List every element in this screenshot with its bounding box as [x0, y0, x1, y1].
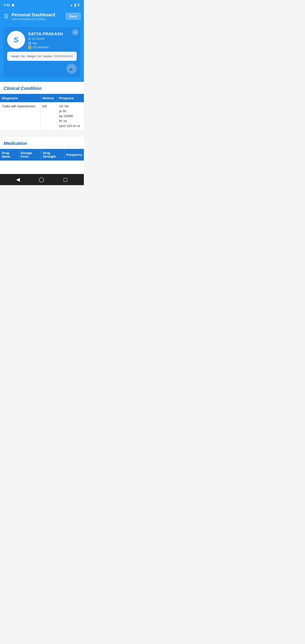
diagnosis-cell: ?cake with hypertension [0, 102, 40, 130]
stat-divider-1: | [26, 54, 26, 58]
medication-header-row: Drug Name Dosage Form Drug Strength Freq… [0, 149, 84, 161]
navbar: ☰ Personal Dashboard SATYA PRAKASH (23 Y… [0, 10, 84, 24]
progress-item-4: spo2 100 on ra [59, 124, 82, 128]
mic-button[interactable]: 🎤 [66, 64, 77, 74]
home-nav-button[interactable]: ◯ [37, 175, 46, 184]
chevron-up-icon: ∧ [74, 30, 76, 34]
back-arrow-icon: ◀ [16, 177, 20, 182]
navbar-title-block: Personal Dashboard SATYA PRAKASH (23 YEA… [10, 12, 66, 20]
clinical-table: Diagnosis History Progress ?cake with hy… [0, 94, 84, 130]
th-diagnosis: Diagnosis [0, 94, 40, 102]
chevron-up-button[interactable]: ∧ [72, 29, 78, 35]
home-circle-icon: ◯ [39, 177, 44, 182]
th-drug-strength: Drug Strength [41, 149, 64, 161]
clinical-condition-title: Clinical Condition [0, 82, 84, 94]
navbar-subtitle: SATYA PRAKASH (23 YEARS) [12, 18, 66, 20]
stat-divider-2: | [42, 54, 43, 58]
menu-button[interactable]: ☰ [3, 13, 10, 20]
progress-item-0: GC fair [59, 104, 82, 108]
history-cell: NA [40, 102, 57, 130]
medication-table: Drug Name Dosage Form Drug Strength Freq… [0, 149, 84, 170]
status-bar-left: 4:21 📋 [4, 3, 15, 7]
profile-tag2-row: TELANGANA [28, 46, 77, 49]
profile-tag1-row: NAL [28, 42, 77, 45]
profile-info: SATYA PRAKASH M: 23 YEARS NAL TELANGANA [28, 31, 77, 49]
profile-card: ∧ S SATYA PRAKASH M: 23 YEARS NAL TELANG… [0, 24, 84, 82]
tag2-icon [28, 46, 31, 49]
th-dosage-form: Dosage Form [19, 149, 41, 161]
signal-icon: ▐ [74, 3, 76, 7]
tag1-icon [28, 42, 31, 45]
battery-icon: 🔋 [77, 3, 80, 7]
medication-title: Medication [0, 137, 84, 149]
medication-empty-row [0, 160, 84, 170]
progress-item-1: pr 90 [59, 109, 82, 113]
clipboard-icon: 📋 [11, 3, 15, 7]
status-bar-right: ▲ ▐ 🔋 [70, 3, 80, 7]
profile-tag2-text: TELANGANA [32, 46, 49, 49]
progress-list: GC fair pr 90 bp 130/90 Rr 16 spo2 100 o… [59, 104, 82, 128]
th-frequency: Frequency [64, 149, 84, 161]
avatar: S [7, 31, 25, 49]
back-nav-button[interactable]: ◀ [14, 175, 22, 184]
profile-age: M: 23 YEARS [28, 37, 77, 40]
back-button[interactable]: Back [66, 13, 81, 20]
mic-row: 🎤 [7, 64, 77, 74]
th-drug-name: Drug Name [0, 149, 19, 161]
bottom-nav: ◀ ◯ ▢ [0, 174, 84, 185]
status-bar: 4:21 📋 ▲ ▐ 🔋 [0, 0, 84, 10]
profile-name: SATYA PRAKASH [28, 32, 77, 36]
main-content: Clinical Condition Diagnosis History Pro… [0, 82, 84, 174]
th-history: History [40, 94, 57, 102]
clinical-table-header-row: Diagnosis History Progress [0, 94, 84, 102]
profile-row: S SATYA PRAKASH M: 23 YEARS NAL TELANGAN… [7, 31, 77, 49]
stats-bar: Height: NA | Weight: NA | Mobile: XXXXXX… [7, 52, 77, 61]
menu-icon: ☰ [4, 14, 8, 19]
weight-stat: Weight: NA [27, 54, 42, 58]
status-time: 4:21 [4, 3, 10, 7]
th-progress: Progress [57, 94, 84, 102]
progress-item-3: Rr 16 [59, 119, 82, 123]
profile-card-inner: ∧ S SATYA PRAKASH M: 23 YEARS NAL TELANG… [4, 27, 80, 77]
progress-item-2: bp 130/90 [59, 114, 82, 118]
medication-section: Medication Drug Name Dosage Form Drug St… [0, 137, 84, 174]
mic-icon: 🎤 [69, 66, 74, 71]
wifi-icon: ▲ [70, 3, 73, 7]
page-title: Personal Dashboard [12, 12, 66, 18]
section-spacer [0, 130, 84, 137]
height-stat: Height: NA [11, 54, 25, 58]
clinical-condition-section: Clinical Condition Diagnosis History Pro… [0, 82, 84, 130]
progress-cell: GC fair pr 90 bp 130/90 Rr 16 spo2 100 o… [57, 102, 84, 130]
recent-nav-button[interactable]: ▢ [61, 175, 70, 184]
profile-tag1-text: NAL [32, 42, 38, 45]
recent-apps-icon: ▢ [63, 177, 68, 182]
clinical-table-row: ?cake with hypertension NA GC fair pr 90… [0, 102, 84, 130]
mobile-stat: Mobile: XXXXXXXXXX [44, 54, 73, 58]
